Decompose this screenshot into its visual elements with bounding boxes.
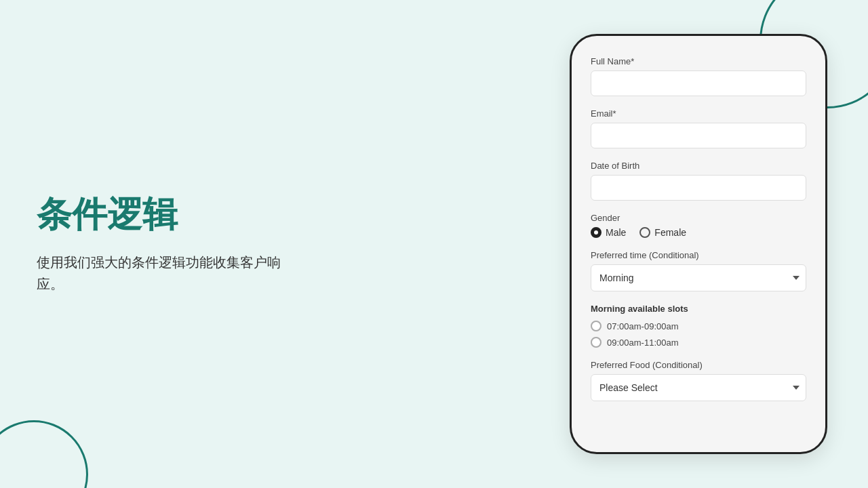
preferred-food-select[interactable]: Please Select Vegetarian Non-Vegetarian …	[591, 374, 806, 401]
preferred-time-label: Preferred time (Conditional)	[591, 250, 806, 260]
page-title: 条件逻辑	[37, 193, 416, 235]
preferred-food-label: Preferred Food (Conditional)	[591, 360, 806, 370]
preferred-food-group: Preferred Food (Conditional) Please Sele…	[591, 360, 806, 401]
gender-female-option[interactable]: Female	[639, 227, 686, 238]
dob-label: Date of Birth	[591, 161, 806, 171]
gender-male-option[interactable]: Male	[591, 227, 626, 238]
preferred-time-select-wrapper: Morning Afternoon Evening	[591, 264, 806, 291]
gender-radio-group: Male Female	[591, 227, 806, 238]
phone-container: Full Name* Email* Date of Birth Gender M…	[570, 34, 827, 454]
full-name-group: Full Name*	[591, 56, 806, 96]
left-panel: 条件逻辑 使用我们强大的条件逻辑功能收集客户响应。	[37, 0, 416, 488]
email-label: Email*	[591, 108, 806, 119]
slot-radio-2[interactable]	[591, 337, 601, 348]
slot-option-2[interactable]: 09:00am-11:00am	[591, 337, 806, 348]
preferred-food-select-wrapper: Please Select Vegetarian Non-Vegetarian …	[591, 374, 806, 401]
preferred-time-group: Preferred time (Conditional) Morning Aft…	[591, 250, 806, 291]
full-name-label: Full Name*	[591, 56, 806, 66]
slot-option-1[interactable]: 07:00am-09:00am	[591, 321, 806, 331]
gender-female-label: Female	[654, 227, 686, 238]
dob-group: Date of Birth	[591, 161, 806, 201]
email-group: Email*	[591, 108, 806, 148]
gender-label: Gender	[591, 213, 806, 223]
gender-female-radio[interactable]	[639, 227, 650, 238]
preferred-time-select[interactable]: Morning Afternoon Evening	[591, 264, 806, 291]
gender-male-label: Male	[606, 227, 626, 238]
page-description: 使用我们强大的条件逻辑功能收集客户响应。	[37, 251, 294, 295]
morning-slots-label: Morning available slots	[591, 304, 806, 314]
full-name-input[interactable]	[591, 70, 806, 96]
dob-input[interactable]	[591, 175, 806, 201]
form-scroll-area: Full Name* Email* Date of Birth Gender M…	[572, 36, 825, 452]
slot-radio-1[interactable]	[591, 321, 601, 331]
slot-label-1: 07:00am-09:00am	[607, 321, 679, 331]
morning-slots-group: Morning available slots 07:00am-09:00am …	[591, 304, 806, 348]
gender-male-radio[interactable]	[591, 227, 601, 238]
email-input[interactable]	[591, 123, 806, 148]
gender-group: Gender Male Female	[591, 213, 806, 238]
slot-label-2: 09:00am-11:00am	[607, 338, 679, 348]
